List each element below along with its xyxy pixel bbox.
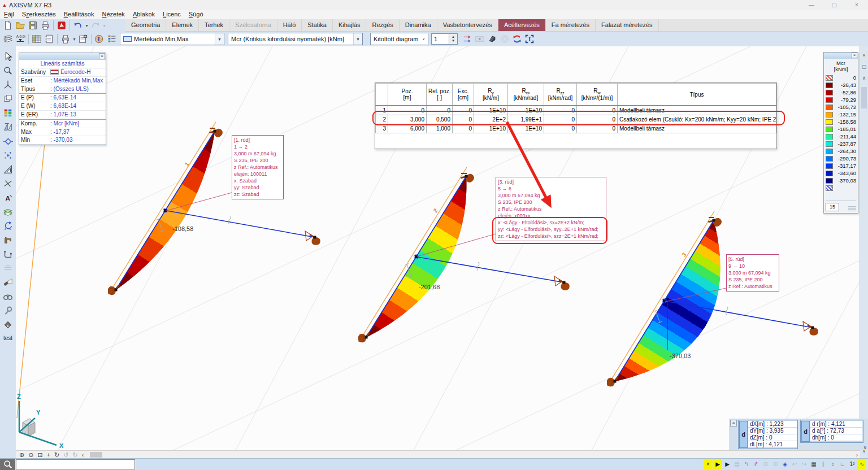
tab-szélcsatorna[interactable]: Szélcsatorna — [229, 19, 277, 31]
tab-acéltervezés[interactable]: Acéltervezés — [498, 19, 546, 31]
table-cell[interactable]: 0 — [577, 124, 618, 133]
minmax-icon[interactable] — [461, 33, 474, 45]
table-header[interactable] — [376, 84, 388, 106]
table-cell[interactable]: Csatlakozó elem (Csukló: Kx=200 kNm/m; K… — [618, 115, 776, 124]
menu-licenc[interactable]: Licenc — [159, 10, 185, 19]
scrollbar-thumb[interactable] — [861, 87, 867, 108]
layers-icon[interactable] — [2, 33, 14, 45]
fit-selection-icon[interactable]: I — [523, 33, 536, 45]
pointer-icon[interactable] — [2, 51, 14, 62]
scale-spinner[interactable]: 1 ▲▼ — [431, 33, 458, 45]
table-cell[interactable]: 1E+10 — [474, 106, 508, 115]
coordinate-field[interactable]: dY[m] : 3,935 — [748, 428, 797, 434]
scroll-thumb[interactable] — [90, 452, 102, 458]
row-number[interactable]: 1 — [376, 106, 388, 115]
menu-súgó[interactable]: Súgó — [185, 10, 207, 19]
chevron-down-icon[interactable]: ∨ — [863, 445, 867, 450]
redo-view-icon[interactable]: ↻ — [73, 451, 78, 459]
element-info-box[interactable]: [5. rúd]9 → 103,000 m 67,094 kgS 235, IP… — [726, 254, 779, 291]
table-browser-icon[interactable] — [31, 33, 43, 45]
save-icon[interactable] — [27, 19, 39, 32]
close-icon[interactable]: × — [852, 53, 857, 58]
workplanes-icon[interactable] — [2, 93, 14, 105]
renumber-icon[interactable]: 32 — [2, 220, 14, 232]
table-cell[interactable]: 1,000 — [427, 124, 453, 133]
coordinate-field[interactable]: dL[m] : 4,121 — [748, 441, 797, 447]
grid-b-icon[interactable]: ⊞ — [771, 459, 780, 469]
setsquare-icon[interactable] — [2, 164, 14, 175]
move-node-icon[interactable]: ◈ — [780, 459, 789, 469]
table-cell[interactable]: 0 — [544, 115, 577, 124]
menu-beállítások[interactable]: Beállítások — [60, 10, 98, 19]
tab-terhek[interactable]: Terhek — [199, 19, 229, 31]
crane-icon[interactable] — [2, 234, 14, 246]
detach-icon[interactable] — [2, 150, 14, 161]
undo-icon[interactable] — [72, 19, 84, 32]
tab-fa-méretezés[interactable]: Fa méretezés — [546, 19, 596, 31]
tab-elemek[interactable]: Elemek — [166, 19, 199, 31]
move-diamond-icon[interactable] — [2, 136, 14, 147]
table-header[interactable]: Rw[kNm²/(1/m)] — [577, 84, 618, 106]
text-a-icon[interactable]: A — [2, 192, 14, 203]
snap-cursor-icon[interactable]: ▶ — [713, 459, 722, 469]
print-icon[interactable] — [39, 19, 51, 32]
animation-icon[interactable] — [474, 33, 486, 45]
table-header[interactable]: Poz.[m] — [388, 84, 427, 106]
search-button[interactable] — [0, 459, 15, 470]
search-input[interactable] — [16, 459, 135, 469]
polyline-gray-icon[interactable]: ↩ — [790, 459, 799, 469]
pick-mode-icon[interactable]: ▶ — [723, 459, 732, 469]
delta-button[interactable]: d — [739, 421, 748, 448]
crane-magenta-icon[interactable]: ↱ — [752, 459, 761, 469]
resize-grip-icon[interactable] — [848, 206, 856, 211]
table-cell[interactable]: 1E+10 — [474, 124, 508, 133]
close-icon[interactable]: × — [845, 0, 868, 10]
break-line-icon[interactable] — [2, 178, 14, 189]
binoculars-icon[interactable] — [2, 291, 14, 302]
row-number[interactable]: 3 — [376, 124, 388, 133]
component-combo[interactable]: Mcr (Kritikus kifordulási nyomaték) [kNm… — [228, 33, 363, 45]
element-info-box[interactable]: [3. rúd]5 → 63,000 m 67,094 kgS 235, IPE… — [496, 177, 606, 241]
undo-view-icon[interactable]: ↺ — [63, 451, 68, 459]
table-cell[interactable]: 1,99E+1 — [508, 115, 544, 124]
tab-vasbetontervezés[interactable]: Vasbetontervezés — [437, 19, 498, 31]
tab-dinamika[interactable]: Dinamika — [400, 19, 437, 31]
table-grid-icon[interactable]: ▦ — [809, 459, 818, 469]
sheet-icon[interactable]: ▤ — [732, 459, 741, 469]
delta-button[interactable]: d — [801, 421, 810, 442]
table-row[interactable]: 23,0000,50002E+21,99E+100Csatlakozó elem… — [376, 115, 776, 124]
table-header[interactable]: Típus — [618, 84, 776, 106]
tab-statika[interactable]: Statika — [302, 19, 333, 31]
element-info-box[interactable]: [1. rúd]1 → 23,000 m 67,094 kgS 235, IPE… — [232, 135, 284, 199]
table-cell[interactable]: 0,500 — [427, 115, 453, 124]
tab-háló[interactable]: Háló — [277, 19, 302, 31]
table-cell[interactable]: 3,000 — [388, 115, 427, 124]
zoom-out-icon[interactable]: ⊖ — [28, 451, 33, 459]
minimize-icon[interactable]: — — [800, 0, 823, 10]
divider-icon[interactable] — [2, 263, 14, 274]
flashlight-icon[interactable] — [2, 277, 14, 288]
table-cell[interactable]: 0 — [544, 124, 577, 133]
cross-section-icon[interactable]: I — [93, 33, 106, 45]
tab-geometria[interactable]: Geometria — [125, 19, 166, 31]
legend-steps-input[interactable]: 15 — [826, 203, 839, 211]
table-header[interactable]: Rel. poz.[-] — [427, 84, 453, 106]
maximize-icon[interactable]: ▢ — [823, 0, 845, 10]
coordinate-field[interactable]: dh[m] : 0 — [810, 434, 862, 441]
table-header[interactable]: Rzz[kNm/rad] — [544, 84, 577, 106]
geom-tools-icon[interactable] — [2, 121, 14, 133]
step-gray-icon[interactable]: ↪ — [800, 459, 809, 469]
menu-fájl[interactable]: Fájl — [0, 10, 18, 19]
close-icon[interactable]: × — [862, 51, 865, 62]
table-cell[interactable]: 0 — [453, 124, 474, 133]
table-cell[interactable]: 0 — [453, 115, 474, 124]
collapse-icon[interactable]: ∧ — [862, 73, 866, 85]
zoom-in-icon[interactable]: ⊕ — [19, 451, 24, 459]
menu-ablakok[interactable]: Ablakok — [129, 10, 159, 19]
info-diamond-icon[interactable]: i — [2, 319, 14, 330]
coordinate-field[interactable]: dX[m] : 1,223 — [748, 421, 797, 427]
table-cell[interactable]: Modellbeli támasz — [618, 106, 776, 115]
table-cell[interactable]: 1E+10 — [508, 124, 544, 133]
pdf-export-icon[interactable] — [55, 19, 68, 32]
tab-rezgés[interactable]: Rezgés — [366, 19, 399, 31]
